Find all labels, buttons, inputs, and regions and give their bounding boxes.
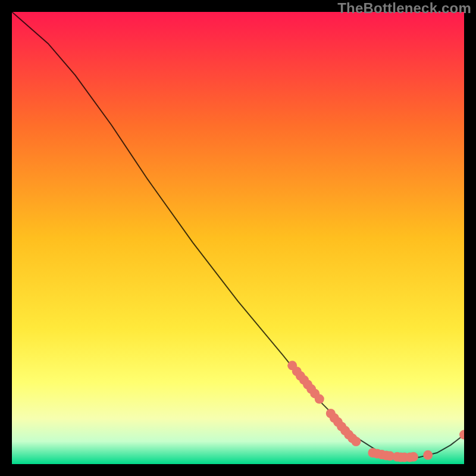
chart-stage: TheBottleneck.com — [0, 0, 476, 476]
data-marker — [351, 437, 361, 446]
data-marker — [409, 452, 418, 462]
attribution-text: TheBottleneck.com — [337, 0, 471, 17]
data-marker — [315, 394, 324, 404]
data-marker — [423, 450, 433, 460]
bottleneck-curve-chart — [12, 12, 464, 464]
gradient-background — [12, 12, 464, 464]
